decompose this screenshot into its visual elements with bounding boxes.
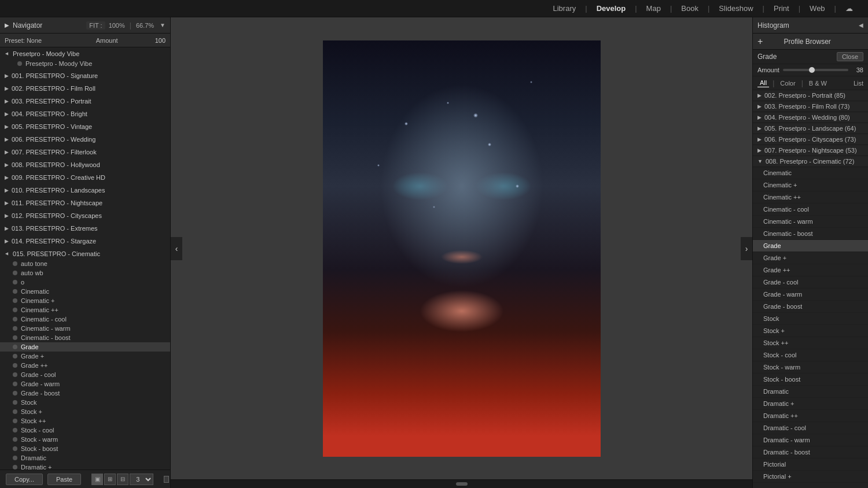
preset-group-header-012[interactable]: ▶012. PRESETPRO - Cityscapes [0,210,170,221]
profile-item-cinematic-++[interactable]: Cinematic ++ [753,191,868,204]
grid-view-icon[interactable]: ⊞ [104,474,116,485]
profile-item-grade-++[interactable]: Grade ++ [753,264,868,276]
paste-button[interactable]: Paste [47,474,81,485]
profile-item-cinematic-+[interactable]: Cinematic + [753,179,868,191]
preset-item-grade-++[interactable]: Grade ++ [0,361,170,370]
copy-button[interactable]: Copy... [6,474,43,485]
preset-group-header-001[interactable]: ▶001. PRESETPRO - Signature [0,71,170,81]
next-photo-button[interactable]: › [741,237,752,260]
profile-item-pictorial[interactable]: Pictorial [753,459,868,471]
close-button[interactable]: Close [837,52,863,61]
profile-group-1[interactable]: ▶003. Presetpro - Film Roll (73) [753,101,868,112]
preset-item-cinematic[interactable]: Cinematic [0,287,170,296]
soft-proofing-checkbox[interactable] [164,476,169,483]
profile-item-dramatic---cool[interactable]: Dramatic - cool [753,422,868,434]
preset-group-header-002[interactable]: ▶002. PRESETPRO - Film Roll [0,83,170,94]
profile-item-dramatic---warm[interactable]: Dramatic - warm [753,434,868,446]
preset-item-dramatic-+[interactable]: Dramatic + [0,463,170,469]
histogram-arrow-icon[interactable]: ◀ [859,22,863,28]
profile-item-pictorial-+[interactable]: Pictorial + [753,471,868,483]
preset-item-cinematic---warm[interactable]: Cinematic - warm [0,324,170,333]
preset-group-header-007[interactable]: ▶007. PRESETPRO - Filterlook [0,147,170,157]
profile-group-6[interactable]: ▼008. Presetpro - Cinematic (72) [753,156,868,167]
filter-list-button[interactable]: List [854,80,863,87]
preset-group-header-015[interactable]: ▼015. PRESETPRO - Cinematic [0,249,170,259]
preset-item-grade---cool[interactable]: Grade - cool [0,370,170,379]
profile-item-grade---cool[interactable]: Grade - cool [753,276,868,289]
nav-book[interactable]: Book [678,4,702,13]
profile-item-stock---warm[interactable]: Stock - warm [753,361,868,374]
preset-item-cinematic---boost[interactable]: Cinematic - boost [0,333,170,342]
preset-item-grade---boost[interactable]: Grade - boost [0,389,170,398]
profile-item-dramatic[interactable]: Dramatic [753,386,868,398]
preset-item-stock---cool[interactable]: Stock - cool [0,426,170,435]
navigator-collapse-icon[interactable]: ▶ [5,22,9,28]
profile-group-3[interactable]: ▶005. Presetpro - Landscape (64) [753,123,868,134]
preset-group-header-003[interactable]: ▶003. PRESETPRO - Portrait [0,96,170,106]
profile-group-0[interactable]: ▶002. Presetpro - Portrait (85) [753,90,868,101]
nav-print[interactable]: Print [770,4,793,13]
profile-item-stock-++[interactable]: Stock ++ [753,337,868,349]
moody-vibe-header[interactable]: ▼ Presetpro - Moody Vibe [0,49,170,59]
profile-item-stock---cool[interactable]: Stock - cool [753,349,868,361]
profile-item-cinematic[interactable]: Cinematic [753,167,868,179]
preset-item-cinematic---cool[interactable]: Cinematic - cool [0,315,170,324]
moody-vibe-item[interactable]: Presetpro - Moody Vibe [0,59,170,68]
preset-item-stock-++[interactable]: Stock ++ [0,416,170,426]
preset-item-cinematic-++[interactable]: Cinematic ++ [0,305,170,315]
amount-slider[interactable] [783,69,848,71]
nav-slideshow[interactable]: Slideshow [715,4,756,13]
profile-group-5[interactable]: ▶007. Presetpro - Nightscape (53) [753,145,868,156]
grid-selector[interactable]: 345 [130,474,153,485]
profile-item-cinematic---boost[interactable]: Cinematic - boost [753,228,868,240]
preset-item-grade---warm[interactable]: Grade - warm [0,379,170,389]
profile-browser-plus-icon[interactable]: + [757,36,763,47]
previous-photo-button[interactable]: ‹ [171,237,182,260]
filter-all-tab[interactable]: All [757,79,769,87]
preset-group-header-014[interactable]: ▶014. PRESETPRO - Stargaze [0,236,170,246]
nav-library[interactable]: Library [550,4,580,13]
filter-color-tab[interactable]: Color [778,79,797,87]
single-view-icon[interactable]: ▣ [91,474,103,485]
profile-item-stock[interactable]: Stock [753,313,868,325]
profile-item-grade---boost[interactable]: Grade - boost [753,301,868,313]
zoom-100[interactable]: 100% [109,22,125,29]
preset-group-header-011[interactable]: ▶011. PRESETPRO - Nightscape [0,198,170,208]
preset-item-dramatic[interactable]: Dramatic [0,453,170,463]
preset-group-header-006[interactable]: ▶006. PRESETPRO - Wedding [0,134,170,145]
profile-group-2[interactable]: ▶004. Presetpro - Wedding (80) [753,112,868,123]
profile-item-dramatic-+[interactable]: Dramatic + [753,398,868,410]
profile-item-dramatic---boost[interactable]: Dramatic - boost [753,446,868,459]
profile-item-grade-+[interactable]: Grade + [753,252,868,264]
navigator-expand-icon[interactable]: ▼ [160,22,165,28]
profile-item-dramatic-++[interactable]: Dramatic ++ [753,410,868,422]
profile-item-cinematic---warm[interactable]: Cinematic - warm [753,216,868,228]
preset-group-header-005[interactable]: ▶005. PRESETPRO - Vintage [0,121,170,132]
preset-group-header-009[interactable]: ▶009. PRESETPRO - Creative HD [0,172,170,183]
preset-item-cinematic-+[interactable]: Cinematic + [0,296,170,305]
filter-bw-tab[interactable]: B & W [807,79,829,87]
profile-item-stock-+[interactable]: Stock + [753,325,868,337]
profile-item-grade---warm[interactable]: Grade - warm [753,289,868,301]
preset-item-grade[interactable]: Grade [0,342,170,352]
nav-web[interactable]: Web [806,4,829,13]
preset-item-stock[interactable]: Stock [0,398,170,407]
preset-item-grade-+[interactable]: Grade + [0,352,170,361]
nav-develop[interactable]: Develop [593,4,630,13]
preset-item-stock-+[interactable]: Stock + [0,407,170,416]
preset-group-header-010[interactable]: ▶010. PRESETPRO - Landscapes [0,185,170,195]
amount-slider-thumb[interactable] [809,67,815,73]
nav-map[interactable]: Map [643,4,664,13]
fit-label[interactable]: FIT : [86,21,105,29]
compare-view-icon[interactable]: ⊟ [117,474,128,485]
preset-item-auto-wb[interactable]: auto wb [0,268,170,278]
profile-item-stock---boost[interactable]: Stock - boost [753,374,868,386]
preset-item-o[interactable]: o [0,278,170,287]
preset-group-header-008[interactable]: ▶008. PRESETPRO - Hollywood [0,160,170,170]
preset-item-stock---boost[interactable]: Stock - boost [0,444,170,453]
preset-item-auto-tone[interactable]: auto tone [0,259,170,268]
zoom-66[interactable]: 66.7% [136,22,154,29]
profile-item-cinematic---cool[interactable]: Cinematic - cool [753,204,868,216]
profile-item-grade[interactable]: Grade [753,240,868,252]
preset-item-stock---warm[interactable]: Stock - warm [0,435,170,444]
